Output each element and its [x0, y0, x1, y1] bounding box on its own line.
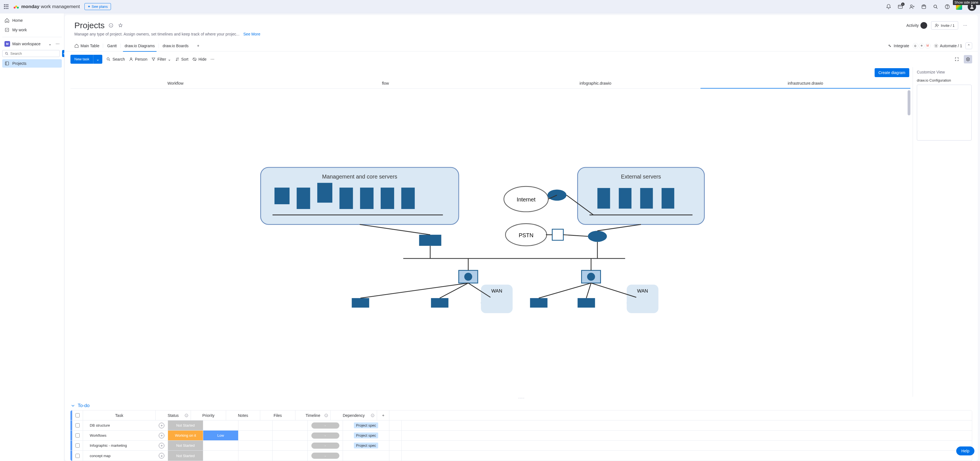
row-checkbox[interactable]	[75, 454, 80, 458]
apps-menu-icon[interactable]	[4, 4, 9, 9]
marketplace-icon[interactable]	[921, 4, 927, 10]
tab-drawio-diagrams[interactable]: draw.io Diagrams	[121, 40, 159, 51]
table-row[interactable]: DB structure ＋ Not Started - Project spe…	[70, 420, 972, 431]
toolbar-filter[interactable]: Filter⌄	[151, 57, 171, 62]
diagram-tab-infographic[interactable]: infographic.drawio	[490, 78, 700, 88]
dependency-cell[interactable]: Project spec	[343, 431, 389, 440]
tab-main-table[interactable]: Main Table	[70, 40, 103, 51]
dependency-cell[interactable]: Project spec	[343, 420, 389, 430]
diagram-tab-infrastructure[interactable]: infrastructure.drawio	[700, 78, 910, 88]
workspace-menu-icon[interactable]: ⋯	[56, 41, 59, 46]
help-icon[interactable]	[944, 4, 950, 10]
row-checkbox[interactable]	[75, 433, 80, 437]
nav-search[interactable]	[2, 50, 60, 57]
nav-mywork[interactable]: My work	[2, 26, 62, 34]
diagram-tab-flow[interactable]: flow	[280, 78, 490, 88]
open-item-icon[interactable]: ＋	[159, 423, 164, 428]
priority-cell[interactable]: Low	[203, 431, 238, 440]
brand[interactable]: monday work management	[13, 4, 80, 10]
see-plans-button[interactable]: ✦ See plans	[84, 3, 111, 10]
notes-cell[interactable]	[238, 431, 272, 440]
invite-button[interactable]: Invite / 1	[931, 21, 958, 30]
group-header[interactable]: To-do	[70, 401, 972, 410]
task-name-cell[interactable]: DB structure	[83, 420, 156, 430]
table-row[interactable]: concept map ＋ Not Started -	[70, 451, 972, 461]
board-item-projects[interactable]: Projects	[2, 59, 62, 68]
add-view-button[interactable]: ＋	[192, 40, 204, 51]
col-files[interactable]: Files	[260, 410, 295, 420]
toolbar-search[interactable]: Search	[106, 57, 125, 62]
status-cell[interactable]: Working on it	[168, 431, 203, 440]
search-everything-icon[interactable]	[932, 4, 939, 10]
drawio-config-input[interactable]	[917, 85, 972, 140]
new-task-dropdown[interactable]: ⌄	[93, 55, 102, 64]
priority-cell[interactable]	[203, 440, 238, 450]
workspace-selector[interactable]: M Main workspace ⌄ ⋯	[2, 40, 62, 48]
table-row[interactable]: Workflows ＋ Working on it Low - Project …	[70, 431, 972, 440]
create-diagram-button[interactable]: Create diagram	[875, 68, 910, 77]
activity-button[interactable]: Activity	[907, 22, 927, 29]
toolbar-hide[interactable]: Hide	[192, 57, 207, 62]
status-cell[interactable]: Not Started	[168, 451, 203, 461]
row-checkbox[interactable]	[75, 423, 80, 428]
timeline-cell[interactable]: -	[307, 420, 343, 430]
info-icon[interactable]	[108, 22, 114, 29]
toolbar-more-icon[interactable]: ⋯	[210, 57, 215, 62]
files-cell[interactable]	[272, 451, 307, 461]
notes-cell[interactable]	[238, 420, 272, 430]
select-all-checkbox[interactable]	[75, 413, 80, 417]
integration-icons[interactable]: ◎⁜M	[913, 43, 931, 49]
see-more-link[interactable]: See More	[243, 32, 261, 36]
priority-cell[interactable]	[203, 451, 238, 461]
fullscreen-icon[interactable]	[953, 55, 961, 64]
tab-drawio-boards[interactable]: draw.io Boards	[159, 40, 192, 51]
collapse-header-button[interactable]: ⌃	[966, 43, 972, 49]
notes-cell[interactable]	[238, 451, 272, 461]
files-cell[interactable]	[272, 420, 307, 430]
open-item-icon[interactable]: ＋	[159, 453, 164, 458]
notifications-icon[interactable]	[886, 4, 892, 10]
col-timeline[interactable]: Timeline	[295, 410, 330, 420]
dependency-cell[interactable]: Project spec	[343, 440, 389, 450]
favorite-icon[interactable]	[118, 22, 124, 29]
nav-home[interactable]: Home	[2, 16, 62, 25]
row-checkbox[interactable]	[75, 444, 80, 448]
toolbar-sort[interactable]: Sort	[175, 57, 188, 62]
dependency-cell[interactable]	[343, 451, 389, 461]
invite-members-icon[interactable]	[909, 4, 915, 10]
task-name-cell[interactable]: concept map	[83, 451, 156, 461]
automate-button[interactable]: Automate / 1	[934, 44, 962, 48]
col-status[interactable]: Status	[156, 410, 191, 420]
files-cell[interactable]	[272, 431, 307, 440]
col-dependency[interactable]: Dependency	[330, 410, 377, 420]
timeline-cell[interactable]: -	[307, 451, 343, 461]
notes-cell[interactable]	[238, 440, 272, 450]
files-cell[interactable]	[272, 440, 307, 450]
open-item-icon[interactable]: ＋	[159, 443, 164, 448]
col-notes[interactable]: Notes	[226, 410, 260, 420]
table-row[interactable]: Infographic - marketing ＋ Not Started - …	[70, 440, 972, 451]
panel-resize-handle[interactable]	[65, 397, 978, 399]
col-priority[interactable]: Priority	[191, 410, 226, 420]
priority-cell[interactable]	[203, 420, 238, 430]
nav-search-input[interactable]	[10, 51, 57, 56]
status-cell[interactable]: Not Started	[168, 420, 203, 430]
add-column-button[interactable]: ＋	[377, 410, 389, 420]
task-name-cell[interactable]: Workflows	[83, 431, 156, 440]
open-item-icon[interactable]: ＋	[159, 433, 164, 439]
col-task[interactable]: Task	[83, 410, 156, 420]
diagram-tab-workflow[interactable]: Workflow	[70, 78, 280, 88]
toolbar-person[interactable]: Person	[129, 57, 147, 62]
tab-gantt[interactable]: Gantt	[103, 40, 121, 51]
board-menu-icon[interactable]: ⋯	[962, 22, 968, 29]
diagram-canvas[interactable]: Management and core servers External ser…	[70, 89, 910, 397]
task-name-cell[interactable]: Infographic - marketing	[83, 440, 156, 450]
settings-icon[interactable]	[964, 55, 972, 64]
integrate-button[interactable]: Integrate	[888, 44, 909, 48]
status-cell[interactable]: Not Started	[168, 440, 203, 450]
timeline-cell[interactable]: -	[307, 431, 343, 440]
help-button[interactable]: Help	[956, 447, 974, 455]
new-task-button[interactable]: New task ⌄	[70, 55, 102, 64]
inbox-icon[interactable]: 1	[897, 4, 904, 10]
timeline-cell[interactable]: -	[307, 440, 343, 450]
